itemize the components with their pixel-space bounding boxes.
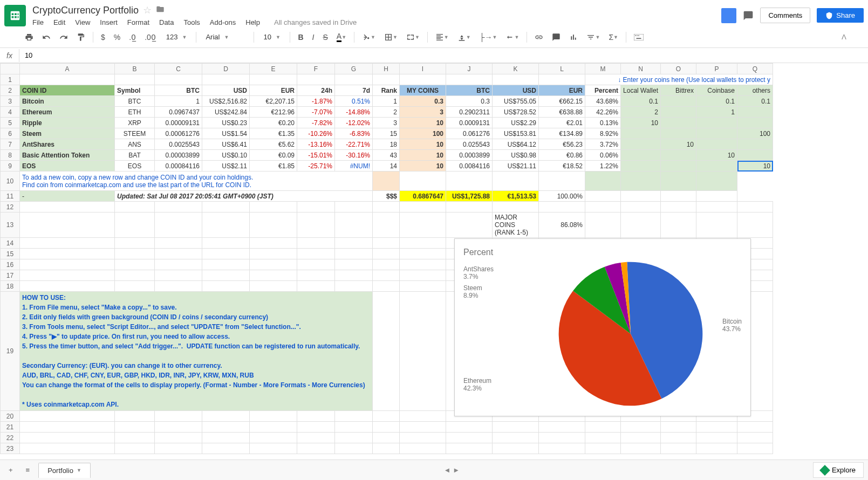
bold-button[interactable]: B xyxy=(295,31,306,44)
menu-file[interactable]: File xyxy=(32,18,44,26)
row-header[interactable]: 22 xyxy=(1,433,20,443)
col-header-K[interactable]: K xyxy=(493,64,539,74)
borders-button[interactable]: ▼ xyxy=(381,31,401,44)
row-header[interactable]: 2 xyxy=(1,85,20,96)
row-header[interactable]: 14 xyxy=(1,238,20,249)
text-wrap-button[interactable]: ├→ ▼ xyxy=(476,31,501,44)
more-formats-dropdown[interactable]: 123 ▼ xyxy=(161,31,192,43)
currency-icon[interactable]: $ xyxy=(98,31,108,44)
explore-button[interactable]: Explore xyxy=(813,462,864,478)
strikethrough-button[interactable]: S xyxy=(319,31,331,44)
col-header-C[interactable]: C xyxy=(155,64,202,74)
row-header[interactable]: 4 xyxy=(1,107,20,118)
row-header[interactable]: 13 xyxy=(1,212,20,238)
row-header[interactable]: 1 xyxy=(1,74,20,85)
text-color-button[interactable]: A ▼ xyxy=(333,30,350,44)
insert-comment-icon[interactable] xyxy=(549,31,564,44)
folder-icon[interactable] xyxy=(156,5,165,16)
col-header-M[interactable]: M xyxy=(585,64,621,74)
share-button[interactable]: Share xyxy=(817,8,864,23)
doc-title[interactable]: CryptoCurrency Portfolio xyxy=(32,5,139,16)
collaborator-avatar[interactable] xyxy=(721,8,736,23)
scroll-left-icon[interactable]: ◄ xyxy=(443,466,450,474)
insert-link-icon[interactable] xyxy=(531,31,546,44)
expand-toolbar-icon[interactable]: ᐱ xyxy=(842,33,846,41)
fill-color-button[interactable]: ▼ xyxy=(359,31,379,44)
comment-icon[interactable] xyxy=(743,10,754,21)
sheets-logo[interactable] xyxy=(4,5,26,26)
v-align-button[interactable]: ▼ xyxy=(454,31,474,44)
increase-decimal-icon[interactable]: .00̲ xyxy=(141,31,159,44)
menu-insert[interactable]: Insert xyxy=(100,18,118,26)
italic-button[interactable]: I xyxy=(309,31,318,44)
menu-view[interactable]: View xyxy=(75,18,90,26)
insert-chart-icon[interactable] xyxy=(566,31,581,44)
undo-icon[interactable] xyxy=(39,31,54,44)
col-header-D[interactable]: D xyxy=(202,64,250,74)
row-header[interactable]: 20 xyxy=(1,411,20,422)
row-header[interactable]: 7 xyxy=(1,139,20,150)
col-header-B[interactable]: B xyxy=(115,64,155,74)
row-header[interactable]: 5 xyxy=(1,118,20,128)
col-header-G[interactable]: G xyxy=(335,64,373,74)
comments-button[interactable]: Comments xyxy=(760,8,810,23)
col-header-I[interactable]: I xyxy=(400,64,446,74)
row-header[interactable]: 6 xyxy=(1,128,20,139)
sheet-tab-portfolio[interactable]: Portfolio ▼ xyxy=(38,463,91,478)
decrease-decimal-icon[interactable]: .0̲ xyxy=(126,31,139,44)
col-header-P[interactable]: P xyxy=(696,64,737,74)
svg-rect-3 xyxy=(638,35,639,36)
filter-icon[interactable]: ▼ xyxy=(583,31,603,44)
formula-input[interactable] xyxy=(19,48,868,63)
row-header[interactable]: 23 xyxy=(1,443,20,454)
row-header[interactable]: 10 xyxy=(1,172,20,191)
help-text[interactable]: HOW TO USE: 1. From File menu, select "M… xyxy=(20,292,373,411)
merge-cells-button[interactable]: ▼ xyxy=(403,31,423,44)
menu-addons[interactable]: Add-ons xyxy=(210,18,236,26)
col-header-N[interactable]: N xyxy=(621,64,661,74)
font-size-dropdown[interactable]: 10▼ xyxy=(258,31,285,43)
row-header[interactable]: 11 xyxy=(1,191,20,202)
row-header[interactable]: 16 xyxy=(1,259,20,270)
row-header[interactable]: 18 xyxy=(1,281,20,292)
pie-chart[interactable]: Percent AntShares3.7% Steem8.9% Bitcoin4… xyxy=(454,238,751,416)
star-icon[interactable]: ☆ xyxy=(143,4,152,16)
functions-icon[interactable]: Σ ▼ xyxy=(605,31,621,44)
row-header[interactable]: 8 xyxy=(1,150,20,161)
col-header-E[interactable]: E xyxy=(250,64,297,74)
row-header[interactable]: 17 xyxy=(1,270,20,281)
col-header-J[interactable]: J xyxy=(446,64,493,74)
col-header-Q[interactable]: Q xyxy=(737,64,773,74)
col-header-L[interactable]: L xyxy=(539,64,585,74)
col-header-A[interactable]: A xyxy=(20,64,115,74)
hint-text[interactable]: ↓ Enter your coins here (Use local walle… xyxy=(585,74,773,85)
menu-help[interactable]: Help xyxy=(245,18,260,26)
menu-edit[interactable]: Edit xyxy=(53,18,65,26)
h-align-button[interactable]: ▼ xyxy=(432,31,452,44)
add-sheet-button[interactable]: + xyxy=(4,464,17,476)
print-icon[interactable] xyxy=(22,31,37,44)
all-sheets-button[interactable]: ≡ xyxy=(22,464,35,476)
font-dropdown[interactable]: Arial▼ xyxy=(201,31,249,43)
svg-rect-2 xyxy=(637,35,638,36)
col-header-F[interactable]: F xyxy=(297,64,335,74)
menu-data[interactable]: Data xyxy=(159,18,174,26)
row-header[interactable]: 15 xyxy=(1,249,20,259)
col-header-H[interactable]: H xyxy=(373,64,400,74)
corner-cell[interactable] xyxy=(1,64,20,74)
col-header-O[interactable]: O xyxy=(661,64,696,74)
text-rotate-button[interactable]: ▼ xyxy=(503,31,523,44)
scroll-right-icon[interactable]: ► xyxy=(453,466,460,474)
row-header[interactable]: 9 xyxy=(1,161,20,172)
row-header[interactable]: 3 xyxy=(1,96,20,107)
percent-icon[interactable]: % xyxy=(111,31,124,44)
paint-format-icon[interactable] xyxy=(73,31,88,44)
row-header[interactable]: 21 xyxy=(1,422,20,433)
redo-icon[interactable] xyxy=(56,31,71,44)
menu-tools[interactable]: Tools xyxy=(183,18,200,26)
row-header[interactable]: 19 xyxy=(1,292,20,411)
keyboard-icon[interactable] xyxy=(631,32,647,43)
row-header[interactable]: 12 xyxy=(1,202,20,212)
menu-format[interactable]: Format xyxy=(127,18,149,26)
toolbar: $ % .0̲ .00̲ 123 ▼ Arial▼ 10▼ B I S A ▼ … xyxy=(0,26,868,48)
